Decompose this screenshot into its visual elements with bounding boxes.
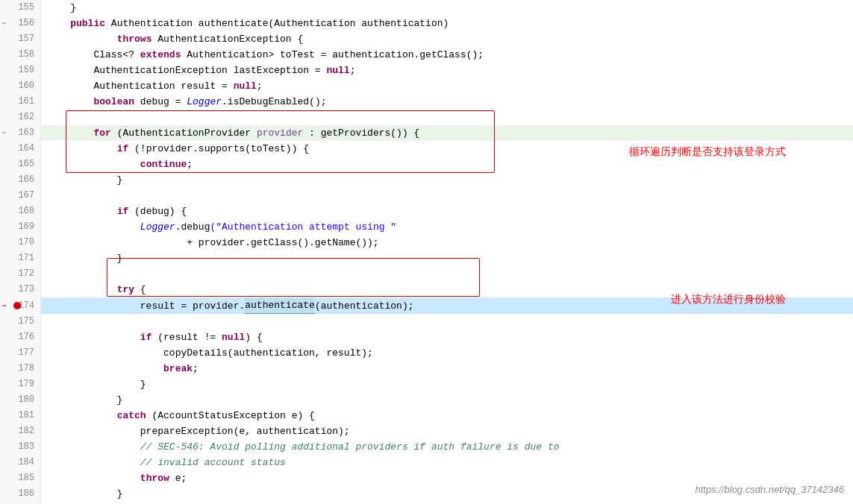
code-line-content <box>41 266 853 282</box>
line-number: 180 <box>0 392 41 408</box>
line-number: 157 <box>0 31 41 47</box>
line-number: 168 <box>0 204 41 219</box>
line-number: 184 <box>0 455 41 470</box>
code-line-content: AuthenticationException lastException = … <box>41 63 853 78</box>
code-line-content: } <box>41 0 853 16</box>
code-row: 159 AuthenticationException lastExceptio… <box>0 63 853 78</box>
line-number: 185 <box>0 470 41 486</box>
line-number: 176 <box>0 330 41 345</box>
code-line-content: break; <box>41 361 853 377</box>
code-container: 155 }⇒156 public Authentication authenti… <box>0 0 853 504</box>
line-number: 170 <box>0 235 41 251</box>
line-number: 158 <box>0 47 41 63</box>
code-row: 178 break; <box>0 361 853 377</box>
code-line-content: if (debug) { <box>41 204 853 219</box>
code-row: 168 if (debug) { <box>0 204 853 219</box>
code-row: 172 <box>0 266 853 282</box>
code-line-content: continue; <box>41 157 853 172</box>
line-number: 165 <box>0 157 41 172</box>
code-line-content: } <box>41 172 853 188</box>
code-row: ⇒156 public Authentication authenticate(… <box>0 16 853 31</box>
chinese-annotation-2: 进入该方法进行身份校验 <box>671 293 786 306</box>
chinese-annotation-1: 循环遍历判断是否支持该登录方式 <box>629 145 786 159</box>
code-row: 170 + provider.getClass().getName()); <box>0 235 853 251</box>
code-row: 176 if (result != null) { <box>0 330 853 345</box>
code-row: 161 boolean debug = Logger.isDebugEnable… <box>0 94 853 110</box>
line-number: 160 <box>0 78 41 94</box>
code-line-content <box>41 314 853 330</box>
code-row: 180 } <box>0 392 853 408</box>
code-line-content: catch (AccountStatusException e) { <box>41 408 853 423</box>
watermark: https://blog.csdn.net/qq_37142346 <box>696 484 845 495</box>
code-line-content: if (result != null) { <box>41 330 853 345</box>
code-row: 162 <box>0 110 853 125</box>
code-line-content: prepareException(e, authentication); <box>41 423 853 439</box>
code-line-content: } <box>41 392 853 408</box>
line-number: 161 <box>0 94 41 110</box>
code-row: 157 throws AuthenticationException { <box>0 31 853 47</box>
code-line-content: copyDetails(authentication, result); <box>41 345 853 361</box>
code-row: ⇒163 for (AuthenticationProvider provide… <box>0 125 853 141</box>
line-number: ⇒156 <box>0 16 41 31</box>
code-row: 165 continue; <box>0 157 853 172</box>
code-row: 184 // invalid account status <box>0 455 853 470</box>
code-line-content: Logger.debug("Authentication attempt usi… <box>41 219 853 235</box>
code-line-content: } <box>41 377 853 392</box>
code-line-content: // SEC-546: Avoid polling additional pro… <box>41 439 853 455</box>
code-line-content: + provider.getClass().getName()); <box>41 235 853 251</box>
line-number: 182 <box>0 423 41 439</box>
code-row: 171 } <box>0 251 853 266</box>
code-row: 155 } <box>0 0 853 16</box>
code-line-content: boolean debug = Logger.isDebugEnabled(); <box>41 94 853 110</box>
code-row: 183 // SEC-546: Avoid polling additional… <box>0 439 853 455</box>
code-row: 181 catch (AccountStatusException e) { <box>0 408 853 423</box>
line-number: ⇒163 <box>0 125 41 141</box>
line-number: ⇒174 <box>0 297 41 314</box>
code-line-content: for (AuthenticationProvider provider : g… <box>41 125 853 141</box>
line-number: 164 <box>0 141 41 157</box>
line-number: 178 <box>0 361 41 377</box>
line-number: 175 <box>0 314 41 330</box>
code-row: 169 Logger.debug("Authentication attempt… <box>0 219 853 235</box>
line-number: 181 <box>0 408 41 423</box>
code-line-content: throws AuthenticationException { <box>41 31 853 47</box>
code-row: 182 prepareException(e, authentication); <box>0 423 853 439</box>
line-number: 155 <box>0 0 41 16</box>
code-row: 167 <box>0 188 853 204</box>
code-row: 177 copyDetails(authentication, result); <box>0 345 853 361</box>
line-number: 179 <box>0 377 41 392</box>
line-number: 177 <box>0 345 41 361</box>
code-line-content <box>41 188 853 204</box>
code-line-content: public Authentication authenticate(Authe… <box>41 16 853 31</box>
code-lines: 155 }⇒156 public Authentication authenti… <box>0 0 853 504</box>
code-line-content <box>41 110 853 125</box>
line-number: 169 <box>0 219 41 235</box>
line-number: 172 <box>0 266 41 282</box>
line-number: 173 <box>0 282 41 297</box>
code-row: 166 } <box>0 172 853 188</box>
line-number: 171 <box>0 251 41 266</box>
line-number: 186 <box>0 486 41 502</box>
line-number: 159 <box>0 63 41 78</box>
code-row: 179 } <box>0 377 853 392</box>
code-line-content: // invalid account status <box>41 455 853 470</box>
code-line-content: } <box>41 251 853 266</box>
code-row: 160 Authentication result = null; <box>0 78 853 94</box>
code-row: 158 Class<? extends Authentication> toTe… <box>0 47 853 63</box>
line-number: 162 <box>0 110 41 125</box>
line-number: 166 <box>0 172 41 188</box>
code-line-content: Class<? extends Authentication> toTest =… <box>41 47 853 63</box>
code-row: 175 <box>0 314 853 330</box>
line-number: 167 <box>0 188 41 204</box>
line-number: 183 <box>0 439 41 455</box>
code-line-content: Authentication result = null; <box>41 78 853 94</box>
